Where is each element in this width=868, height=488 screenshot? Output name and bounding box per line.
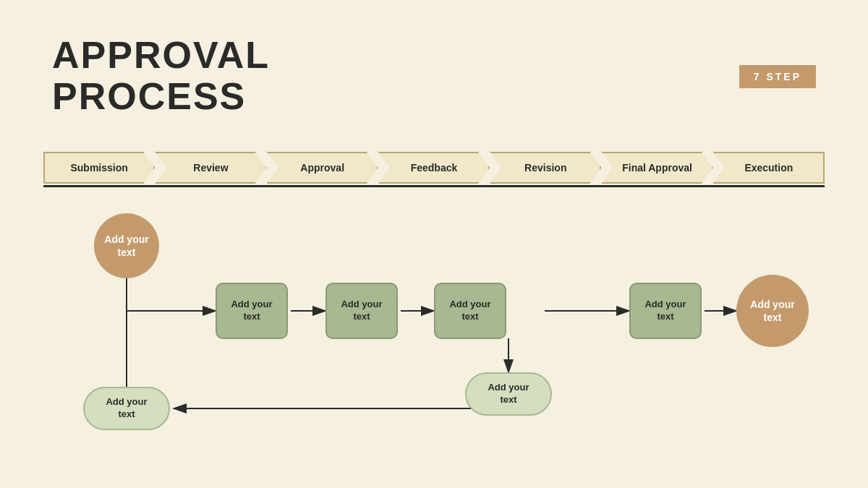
step-label-feedback: Feedback	[378, 152, 490, 184]
step-badge: 7 STEP	[739, 65, 816, 88]
node-circle-top-left: Add your text	[94, 213, 159, 278]
process-bar: Submission Review Approval Feedback Revi…	[43, 148, 825, 187]
sidebar-item-submission: Submission	[43, 152, 155, 184]
process-steps: Submission Review Approval Feedback Revi…	[43, 152, 825, 184]
node-rect-4: Add your text	[434, 283, 506, 339]
step-label-submission: Submission	[43, 152, 155, 184]
node-oval-bottom-left: Add your text	[83, 387, 170, 430]
step-label-review: Review	[155, 152, 266, 184]
node-rect-5: Add your text	[629, 283, 702, 339]
diagram: Add your text Add your text Add your tex…	[43, 202, 825, 459]
node-rect-2: Add your text	[216, 283, 288, 339]
step-label-approval: Approval	[267, 152, 378, 184]
sidebar-item-review: Review	[155, 152, 266, 184]
node-rect-3: Add your text	[326, 283, 398, 339]
page-title: APPROVAL PROCESS	[52, 35, 270, 117]
sidebar-item-final-approval: Final Approval	[601, 152, 712, 184]
step-label-final-approval: Final Approval	[601, 152, 712, 184]
step-label-execution: Execution	[713, 152, 825, 184]
node-circle-right: Add your text	[736, 275, 809, 347]
sidebar-item-approval: Approval	[267, 152, 378, 184]
step-label-revision: Revision	[490, 152, 601, 184]
node-oval-bottom-mid: Add your text	[465, 372, 552, 416]
sidebar-item-revision: Revision	[490, 152, 601, 184]
sidebar-item-feedback: Feedback	[378, 152, 490, 184]
sidebar-item-execution: Execution	[713, 152, 825, 184]
